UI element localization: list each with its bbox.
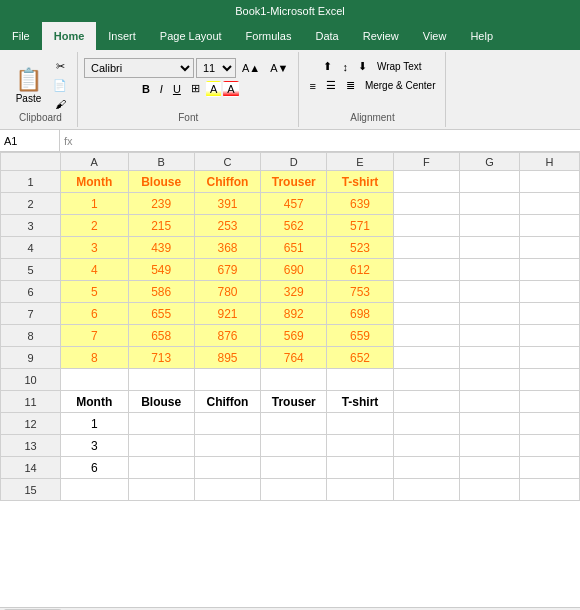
col-f-header[interactable]: F	[393, 153, 459, 171]
cell-a15[interactable]	[61, 479, 129, 501]
cell-c15[interactable]	[194, 479, 260, 501]
col-a-header[interactable]: A	[61, 153, 129, 171]
cell-a1[interactable]: Month	[61, 171, 129, 193]
cell-c13[interactable]	[194, 435, 260, 457]
cell-f13[interactable]	[393, 435, 459, 457]
tab-home[interactable]: Home	[42, 22, 97, 50]
cell-e3[interactable]: 571	[327, 215, 393, 237]
underline-button[interactable]: U	[169, 81, 185, 97]
font-name-select[interactable]: Calibri	[84, 58, 194, 78]
cell-g11[interactable]	[459, 391, 519, 413]
cell-a11[interactable]: Month	[61, 391, 129, 413]
cell-a14[interactable]: 6	[61, 457, 129, 479]
align-middle-button[interactable]: ↕	[338, 59, 352, 75]
align-center-button[interactable]: ☰	[322, 77, 340, 94]
tab-page-layout[interactable]: Page Layout	[148, 22, 234, 50]
cell-a3[interactable]: 2	[61, 215, 129, 237]
wrap-text-button[interactable]: Wrap Text	[373, 59, 426, 74]
tab-file[interactable]: File	[0, 22, 42, 50]
cell-b15[interactable]	[128, 479, 194, 501]
cell-e8[interactable]: 659	[327, 325, 393, 347]
cell-b7[interactable]: 655	[128, 303, 194, 325]
cell-d12[interactable]	[261, 413, 327, 435]
tab-view[interactable]: View	[411, 22, 459, 50]
cell-f9[interactable]	[393, 347, 459, 369]
cell-b5[interactable]: 549	[128, 259, 194, 281]
cell-b12[interactable]	[128, 413, 194, 435]
cell-b14[interactable]	[128, 457, 194, 479]
cell-f11[interactable]	[393, 391, 459, 413]
cell-e6[interactable]: 753	[327, 281, 393, 303]
align-right-button[interactable]: ≣	[342, 77, 359, 94]
cell-c14[interactable]	[194, 457, 260, 479]
format-painter-button[interactable]: 🖌	[49, 96, 71, 112]
cell-e15[interactable]	[327, 479, 393, 501]
bold-button[interactable]: B	[138, 81, 154, 97]
cell-f1[interactable]	[393, 171, 459, 193]
cell-c5[interactable]: 679	[194, 259, 260, 281]
cell-f6[interactable]	[393, 281, 459, 303]
cell-b1[interactable]: Blouse	[128, 171, 194, 193]
cell-e1[interactable]: T-shirt	[327, 171, 393, 193]
cell-e7[interactable]: 698	[327, 303, 393, 325]
cell-g3[interactable]	[459, 215, 519, 237]
cell-g4[interactable]	[459, 237, 519, 259]
cell-e5[interactable]: 612	[327, 259, 393, 281]
col-g-header[interactable]: G	[459, 153, 519, 171]
cell-f8[interactable]	[393, 325, 459, 347]
col-e-header[interactable]: E	[327, 153, 393, 171]
cell-h6[interactable]	[519, 281, 579, 303]
cell-d8[interactable]: 569	[261, 325, 327, 347]
cell-f7[interactable]	[393, 303, 459, 325]
cell-g9[interactable]	[459, 347, 519, 369]
cell-h8[interactable]	[519, 325, 579, 347]
cell-h11[interactable]	[519, 391, 579, 413]
spreadsheet[interactable]: A B C D E F G H 1 Month Blouse Chiffon T…	[0, 152, 580, 607]
increase-font-button[interactable]: A▲	[238, 60, 264, 76]
cell-c4[interactable]: 368	[194, 237, 260, 259]
cell-a9[interactable]: 8	[61, 347, 129, 369]
cell-f5[interactable]	[393, 259, 459, 281]
cell-g13[interactable]	[459, 435, 519, 457]
cell-a10[interactable]	[61, 369, 129, 391]
cell-a12[interactable]: 1	[61, 413, 129, 435]
cell-a8[interactable]: 7	[61, 325, 129, 347]
cell-h5[interactable]	[519, 259, 579, 281]
cell-h13[interactable]	[519, 435, 579, 457]
cell-a2[interactable]: 1	[61, 193, 129, 215]
cell-h2[interactable]	[519, 193, 579, 215]
cell-f14[interactable]	[393, 457, 459, 479]
cell-g6[interactable]	[459, 281, 519, 303]
tab-data[interactable]: Data	[303, 22, 350, 50]
font-color-button[interactable]: A	[223, 81, 238, 97]
cell-e14[interactable]	[327, 457, 393, 479]
cell-d7[interactable]: 892	[261, 303, 327, 325]
cell-c9[interactable]: 895	[194, 347, 260, 369]
cell-e12[interactable]	[327, 413, 393, 435]
cell-e13[interactable]	[327, 435, 393, 457]
tab-review[interactable]: Review	[351, 22, 411, 50]
cell-b4[interactable]: 439	[128, 237, 194, 259]
cell-g7[interactable]	[459, 303, 519, 325]
tab-formulas[interactable]: Formulas	[234, 22, 304, 50]
cell-c10[interactable]	[194, 369, 260, 391]
col-b-header[interactable]: B	[128, 153, 194, 171]
col-c-header[interactable]: C	[194, 153, 260, 171]
cell-g10[interactable]	[459, 369, 519, 391]
cell-g14[interactable]	[459, 457, 519, 479]
cell-a7[interactable]: 6	[61, 303, 129, 325]
cell-d9[interactable]: 764	[261, 347, 327, 369]
cell-h9[interactable]	[519, 347, 579, 369]
cell-h15[interactable]	[519, 479, 579, 501]
cell-d11[interactable]: Trouser	[261, 391, 327, 413]
border-button[interactable]: ⊞	[187, 80, 204, 97]
col-h-header[interactable]: H	[519, 153, 579, 171]
cell-b11[interactable]: Blouse	[128, 391, 194, 413]
cell-h12[interactable]	[519, 413, 579, 435]
cell-c7[interactable]: 921	[194, 303, 260, 325]
cell-g5[interactable]	[459, 259, 519, 281]
cell-f15[interactable]	[393, 479, 459, 501]
cell-h7[interactable]	[519, 303, 579, 325]
paste-button[interactable]: 📋 Paste	[10, 64, 47, 107]
fill-color-button[interactable]: A	[206, 81, 221, 97]
